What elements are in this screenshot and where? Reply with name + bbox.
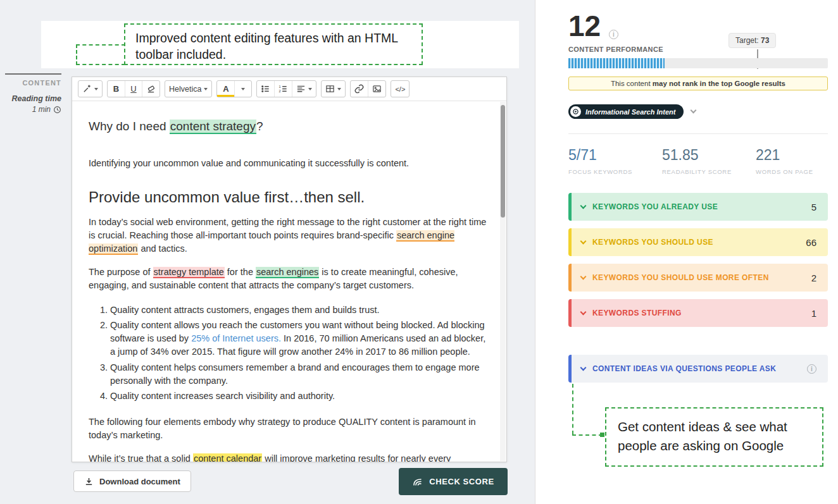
download-document-button[interactable]: Download document <box>73 470 191 492</box>
stats-row: 5/71 FOCUS KEYWORDS 51.85 READABILITY SC… <box>568 147 828 175</box>
score-label: CONTENT PERFORMANCE <box>568 46 663 53</box>
font-family-select[interactable]: Helvetica <box>165 81 211 97</box>
search-intent-icon <box>570 106 581 117</box>
accordion-label: KEYWORDS YOU ALREADY USE <box>592 202 811 211</box>
list-item: Quality content helps consumers remember… <box>110 361 490 388</box>
caret-down-icon <box>308 88 312 90</box>
doc-paragraph-value: In today’s social web environment, getti… <box>89 216 490 255</box>
ideas-feature-callout: Get content ideas & see what people are … <box>605 407 823 467</box>
document-body[interactable]: Why do I need content strategy? Identify… <box>72 101 499 462</box>
text-segment: and tactics. <box>138 243 187 254</box>
caret-down-icon <box>337 88 341 90</box>
stat-words: 221 WORDS ON PAGE <box>756 147 828 175</box>
score-info-icon[interactable]: i <box>609 30 618 39</box>
editor-scrollbar[interactable] <box>500 102 506 461</box>
code-view-button[interactable]: </> <box>391 81 409 97</box>
divider <box>568 133 828 134</box>
text-color-button[interactable]: A <box>217 81 234 97</box>
stat-readability: 51.85 READABILITY SCORE <box>662 147 756 175</box>
clear-format-button[interactable] <box>142 81 159 97</box>
accordion-count: 5 <box>811 202 816 212</box>
doc-paragraph-purpose: The purpose of strategy template for the… <box>89 266 490 292</box>
accordion-content-ideas[interactable]: CONTENT IDEAS VIA QUESTIONS PEOPLE ASK i <box>568 355 828 383</box>
chevron-down-icon <box>580 238 587 245</box>
underline-button[interactable]: U <box>125 81 142 97</box>
stat-value: 5/71 <box>568 147 662 164</box>
ideas-callout-connector-dot <box>600 433 604 437</box>
svg-text:2: 2 <box>279 89 281 93</box>
stat-label: FOCUS KEYWORDS <box>568 168 662 175</box>
download-label: Download document <box>99 477 180 486</box>
list-item: Quality content allows you reach the cus… <box>110 319 490 359</box>
scrollbar-thumb[interactable] <box>501 105 505 218</box>
toolbar-group-lists: 1 2 <box>256 80 316 97</box>
caret-down-icon <box>241 88 245 90</box>
reading-time-text: 1 min <box>32 105 51 114</box>
keyword-highlight-green: content strategy <box>170 120 256 134</box>
ideas-callout-connector <box>572 384 573 434</box>
score-meter-icon <box>412 477 423 487</box>
chevron-down-icon <box>580 365 587 371</box>
chevron-down-icon <box>580 274 587 280</box>
target-label: Target: <box>735 36 759 45</box>
svg-text:1: 1 <box>279 85 281 89</box>
editor-feature-callout: Improved content editing features with a… <box>124 23 423 65</box>
app: Improved content editing features with a… <box>0 0 838 504</box>
reading-time-value: 1 min <box>5 105 61 114</box>
doc-heading-question: Why do I need content strategy? <box>89 118 490 135</box>
score-progress-bar <box>568 58 828 68</box>
ideas-info-icon[interactable]: i <box>807 364 816 374</box>
bold-button[interactable]: B <box>108 81 125 97</box>
rank-warning-banner: This content may not rank in the top Goo… <box>568 77 828 90</box>
magic-wand-button[interactable] <box>78 81 102 97</box>
check-score-label: CHECK SCORE <box>429 477 494 486</box>
text-segment: While it’s true that a solid <box>89 453 193 462</box>
accordion-count: 1 <box>811 308 816 319</box>
search-intent-badge[interactable]: Informational Search Intent <box>568 104 684 119</box>
accordion-keywords-stuffing[interactable]: KEYWORDS STUFFING 1 <box>568 299 828 327</box>
warning-text-bold: may not rank in the top Google results <box>653 80 785 87</box>
accordion-keywords-more-often[interactable]: KEYWORDS YOU SHOULD USE MORE OFTEN 2 <box>568 264 828 292</box>
toolbar-group-insert <box>350 80 386 97</box>
doc-paragraph-calendar: While it’s true that a solid content cal… <box>89 452 490 462</box>
search-intent-label: Informational Search Intent <box>585 108 675 116</box>
link-button[interactable] <box>351 81 368 97</box>
list-item: Quality content increases search visibil… <box>110 390 490 403</box>
warning-text: This content <box>611 80 653 87</box>
accordion-keywords-should-use[interactable]: KEYWORDS YOU SHOULD USE 66 <box>568 228 828 256</box>
clock-icon <box>53 106 61 114</box>
keyword-highlight-green: search engines <box>256 267 319 278</box>
check-score-button[interactable]: CHECK SCORE <box>399 468 508 495</box>
stat-focus-keywords: 5/71 FOCUS KEYWORDS <box>568 147 662 175</box>
text-color-caret[interactable] <box>234 81 251 97</box>
stat-value: 51.85 <box>662 147 756 164</box>
chevron-down-icon <box>580 309 587 316</box>
image-button[interactable] <box>368 81 385 97</box>
content-editor: B U Helvetica A <box>72 77 507 462</box>
table-button[interactable] <box>322 81 345 97</box>
tab-content[interactable]: CONTENT <box>5 73 61 87</box>
keyword-highlight-red: strategy template <box>153 267 225 278</box>
align-button[interactable] <box>292 81 316 97</box>
toolbar-group-font: Helvetica <box>165 80 212 97</box>
accordion-count: 66 <box>806 237 816 248</box>
numbered-list-button[interactable]: 1 2 <box>274 81 292 97</box>
caret-down-icon <box>94 88 98 90</box>
stat-label: READABILITY SCORE <box>662 168 756 175</box>
text-segment: for the <box>225 267 256 277</box>
search-intent-row: Informational Search Intent <box>568 104 696 119</box>
seo-panel: 12 i CONTENT PERFORMANCE Target: 73 This… <box>535 0 838 504</box>
ideas-callout-connector <box>572 434 603 436</box>
target-value: 73 <box>761 36 769 45</box>
toolbar-group-magic <box>78 80 103 97</box>
doc-paragraph-elements: The following four elements embody why s… <box>89 415 490 442</box>
inline-link[interactable]: 25% of Internet users. <box>191 333 281 343</box>
bullet-list-button[interactable] <box>257 81 274 97</box>
doc-paragraph-intro: Identifying your uncommon value and comm… <box>89 157 490 170</box>
content-score: 12 <box>568 11 601 40</box>
chevron-down-icon[interactable] <box>691 108 697 114</box>
keyword-highlight-yellow: content calendar <box>193 453 262 462</box>
accordion-count: 2 <box>811 273 816 283</box>
accordion-label: KEYWORDS STUFFING <box>592 309 811 317</box>
accordion-keywords-already-use[interactable]: KEYWORDS YOU ALREADY USE 5 <box>568 193 828 221</box>
